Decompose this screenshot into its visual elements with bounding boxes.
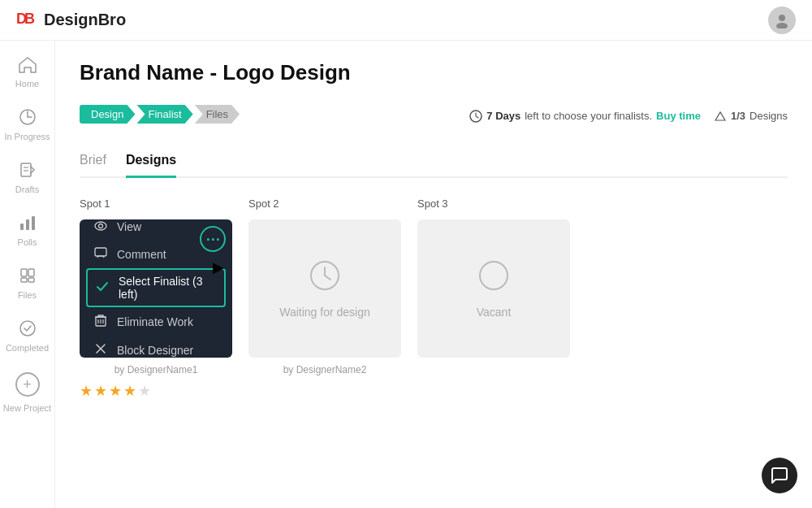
user-avatar[interactable]	[768, 7, 796, 34]
svg-point-3	[776, 23, 788, 28]
menu-item-select-finalist[interactable]: Select Finalist (3 left)	[86, 268, 226, 307]
sidebar-label-polls: Polls	[18, 237, 37, 247]
spot-1-card[interactable]: ⋯ ▶ View	[80, 219, 232, 358]
menu-item-finalist-label: Select Finalist (3 left)	[119, 275, 218, 301]
header: D B DesignBro	[0, 0, 812, 41]
svg-rect-14	[28, 278, 34, 282]
breadcrumb-files[interactable]: Files	[195, 105, 240, 124]
breadcrumb: Design Finalist Files	[80, 105, 241, 124]
polls-icon	[19, 214, 37, 234]
timer-info: 7 Days left to choose your finalists. Bu…	[469, 110, 701, 123]
designs-count-label: Designs	[749, 110, 788, 122]
main-layout: Home In Progress	[0, 41, 812, 508]
buy-time-link[interactable]: Buy time	[656, 110, 701, 122]
spot-3-label: Spot 3	[417, 198, 570, 210]
x-icon	[93, 343, 109, 358]
svg-rect-5	[21, 163, 31, 176]
svg-rect-12	[28, 269, 34, 276]
sidebar-item-home[interactable]: Home	[0, 49, 54, 97]
sidebar-label-new-project: New Project	[3, 403, 51, 413]
breadcrumb-finalist[interactable]: Finalist	[136, 105, 192, 124]
star-3: ★	[109, 382, 122, 400]
spot-3: Spot 3 Vacant	[417, 198, 570, 358]
completed-icon	[19, 319, 37, 340]
svg-point-2	[779, 15, 785, 21]
svg-rect-10	[32, 216, 35, 230]
spot-2: Spot 2 Waiting for design by DesignerNam…	[248, 198, 401, 376]
sidebar-label-home: Home	[15, 79, 39, 89]
spot-3-status-text: Vacant	[477, 306, 512, 319]
svg-point-26	[480, 262, 508, 289]
star-5: ★	[138, 382, 151, 400]
spot-2-card: Waiting for design	[248, 219, 401, 358]
tab-brief[interactable]: Brief	[80, 153, 106, 178]
files-icon	[19, 267, 37, 287]
svg-text:B: B	[24, 11, 35, 27]
svg-point-18	[99, 224, 103, 228]
menu-item-eliminate-work[interactable]: Eliminate Work	[80, 307, 232, 336]
timer-suffix: left to choose your finalists.	[525, 110, 652, 122]
trash-icon	[93, 314, 109, 330]
sidebar-label-drafts: Drafts	[15, 185, 39, 194]
star-1: ★	[80, 382, 93, 400]
star-4: ★	[123, 382, 136, 400]
spot-2-label: Spot 2	[248, 198, 401, 210]
svg-rect-13	[21, 278, 27, 282]
menu-item-comment-label: Comment	[117, 248, 166, 261]
spot-1-designer: by DesignerName1	[80, 364, 232, 376]
designs-count-value: 1/3	[731, 110, 745, 122]
sidebar-item-files[interactable]: Files	[0, 258, 54, 308]
svg-rect-11	[21, 269, 27, 276]
logo: D B DesignBro	[16, 9, 126, 32]
sidebar-item-polls[interactable]: Polls	[0, 206, 54, 255]
home-icon	[19, 57, 37, 76]
top-info: 7 Days left to choose your finalists. Bu…	[469, 110, 788, 123]
svg-point-15	[20, 321, 35, 336]
spot-1-label: Spot 1	[80, 198, 232, 210]
designs-count: 1/3 Designs	[714, 110, 788, 123]
three-dots-button[interactable]: ⋯	[200, 226, 226, 252]
star-2: ★	[94, 382, 107, 400]
vacant-icon	[477, 259, 510, 299]
comment-icon	[93, 247, 109, 262]
logo-text: DesignBro	[44, 11, 126, 29]
breadcrumb-design[interactable]: Design	[80, 105, 135, 124]
menu-item-eliminate-label: Eliminate Work	[117, 315, 193, 328]
waiting-icon	[309, 259, 341, 299]
days-label: 7 Days	[486, 110, 520, 122]
svg-rect-19	[95, 248, 106, 256]
tab-designs[interactable]: Designs	[126, 153, 176, 178]
logo-icon: D B	[16, 9, 39, 32]
in-progress-icon	[19, 108, 37, 128]
menu-item-block-designer[interactable]: Block Designer	[80, 336, 232, 358]
spot-3-card: Vacant	[417, 219, 570, 358]
svg-point-17	[95, 222, 106, 230]
sidebar: Home In Progress	[0, 41, 55, 508]
check-icon	[94, 280, 110, 295]
drafts-icon	[19, 161, 37, 181]
view-icon	[93, 219, 109, 234]
menu-item-view-label: View	[117, 220, 141, 233]
spot-1-stars: ★ ★ ★ ★ ★	[80, 382, 232, 400]
spot-2-designer: by DesignerName2	[248, 364, 401, 376]
svg-rect-8	[20, 224, 24, 230]
spot-2-status-text: Waiting for design	[279, 306, 370, 319]
sidebar-label-in-progress: In Progress	[4, 132, 50, 141]
sidebar-item-completed[interactable]: Completed	[0, 311, 54, 361]
tab-bar: Brief Designs	[80, 153, 788, 178]
spot-1: Spot 1 ⋯ ▶ View	[80, 198, 232, 400]
new-project-add-icon: +	[15, 372, 40, 397]
sidebar-label-completed: Completed	[6, 343, 49, 353]
page-title: Brand Name - Logo Design	[80, 60, 351, 85]
sidebar-item-drafts[interactable]: Drafts	[0, 153, 54, 202]
sidebar-item-new-project[interactable]: + New Project	[0, 364, 54, 421]
chat-button[interactable]	[762, 458, 797, 493]
svg-rect-9	[26, 219, 29, 230]
sidebar-label-files: Files	[18, 290, 37, 300]
spots-row: Spot 1 ⋯ ▶ View	[80, 198, 788, 400]
menu-item-block-label: Block Designer	[117, 344, 193, 357]
sidebar-item-in-progress[interactable]: In Progress	[0, 100, 54, 150]
main-content: Brand Name - Logo Design Design Finalist…	[55, 41, 812, 508]
